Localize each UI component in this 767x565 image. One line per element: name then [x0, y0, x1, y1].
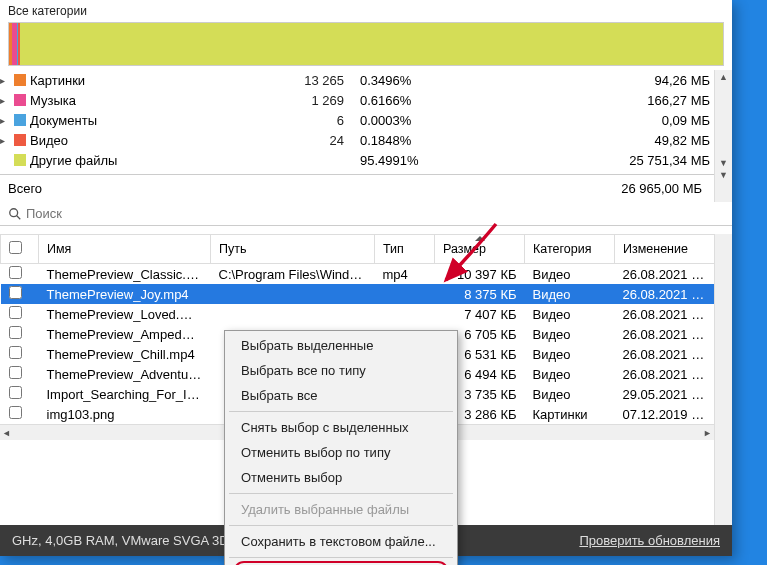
row-checkbox[interactable]: [9, 266, 22, 279]
select-all-checkbox[interactable]: [9, 241, 22, 254]
expand-icon[interactable]: ▸: [0, 75, 10, 86]
category-row[interactable]: ▸Музыка1 2690.6166%166,27 МБ: [0, 90, 714, 110]
scroll-down-icon[interactable]: ▼: [714, 170, 732, 202]
column-header-size[interactable]: Размер: [435, 235, 525, 264]
svg-line-1: [17, 215, 21, 219]
column-header-checkbox[interactable]: [1, 235, 39, 264]
table-row[interactable]: ThemePreview_Classic.mp4C:\Program Files…: [1, 264, 715, 285]
category-row[interactable]: ▸Картинки13 2650.3496%94,26 МБ: [0, 70, 714, 90]
scroll-right-icon[interactable]: ►: [703, 428, 712, 438]
category-name: Видео: [30, 133, 270, 148]
cell-date: 26.08.2021 19:11:43: [615, 284, 715, 304]
cell-date: 26.08.2021 19:11:40: [615, 324, 715, 344]
category-swatch: [14, 74, 26, 86]
column-header-name[interactable]: Имя: [39, 235, 211, 264]
cell-type: mp4: [375, 264, 435, 285]
menu-select-all[interactable]: Выбрать все: [227, 383, 455, 408]
category-swatch: [14, 94, 26, 106]
category-count: 6: [274, 113, 344, 128]
category-count: 24: [274, 133, 344, 148]
cell-name: ThemePreview_Loved.mp4: [39, 304, 211, 324]
cell-name: ThemePreview_AmpedUp...: [39, 324, 211, 344]
cell-date: 26.08.2021 19:11:42: [615, 264, 715, 285]
expand-icon[interactable]: ▸: [0, 115, 10, 126]
row-checkbox[interactable]: [9, 326, 22, 339]
row-checkbox[interactable]: [9, 386, 22, 399]
cell-category: Видео: [525, 364, 615, 384]
menu-select-by-type[interactable]: Выбрать все по типу: [227, 358, 455, 383]
column-header-category[interactable]: Категория: [525, 235, 615, 264]
search-input[interactable]: [26, 206, 724, 221]
category-size: 94,26 МБ: [432, 73, 714, 88]
category-size: 0,09 МБ: [432, 113, 714, 128]
cell-name: img103.png: [39, 404, 211, 424]
menu-delete-selected: Удалить выбранные файлы: [227, 497, 455, 522]
category-row[interactable]: ▸Документы60.0003%0,09 МБ: [0, 110, 714, 130]
category-size: 25 751,34 МБ: [432, 153, 714, 168]
category-percent: 0.1848%: [348, 133, 428, 148]
cell-type: [375, 304, 435, 324]
scroll-up-icon[interactable]: ▲: [719, 72, 728, 82]
row-checkbox[interactable]: [9, 286, 22, 299]
category-row[interactable]: Другие файлы95.4991%25 751,34 МБ: [0, 150, 714, 170]
total-size: 26 965,00 МБ: [621, 181, 706, 196]
cell-category: Видео: [525, 384, 615, 404]
hardware-info: GHz, 4,0GB RAM, VMware SVGA 3D: [12, 533, 229, 548]
category-list: ▸Картинки13 2650.3496%94,26 МБ▸Музыка1 2…: [0, 70, 714, 170]
cell-category: Видео: [525, 264, 615, 285]
category-scrollbar[interactable]: ▲ ▼: [714, 70, 732, 170]
search-row: [0, 202, 732, 226]
menu-save-txt[interactable]: Сохранить в текстовом файле...: [227, 529, 455, 554]
category-size: 49,82 МБ: [432, 133, 714, 148]
menu-deselect-highlighted[interactable]: Снять выбор с выделенных: [227, 415, 455, 440]
cell-name: ThemePreview_Adventure...: [39, 364, 211, 384]
cell-path: [211, 284, 375, 304]
column-header-path[interactable]: Путь: [211, 235, 375, 264]
category-name: Документы: [30, 113, 270, 128]
menu-select-highlighted[interactable]: Выбрать выделенные: [227, 333, 455, 358]
column-header-date[interactable]: Изменение: [615, 235, 715, 264]
cell-path: C:\Program Files\Windows...: [211, 264, 375, 285]
check-updates-link[interactable]: Проверить обновления: [579, 533, 720, 548]
category-count: 1 269: [274, 93, 344, 108]
row-checkbox[interactable]: [9, 346, 22, 359]
cell-date: 26.08.2021 19:11:41: [615, 344, 715, 364]
category-size: 166,27 МБ: [432, 93, 714, 108]
cell-name: ThemePreview_Joy.mp4: [39, 284, 211, 304]
row-checkbox[interactable]: [9, 306, 22, 319]
category-percent: 0.0003%: [348, 113, 428, 128]
expand-icon[interactable]: ▸: [0, 135, 10, 146]
menu-separator: [229, 493, 453, 494]
scroll-down-icon[interactable]: ▼: [719, 158, 728, 168]
menu-separator: [229, 557, 453, 558]
row-checkbox[interactable]: [9, 406, 22, 419]
cell-date: 26.08.2021 19:11:44: [615, 304, 715, 324]
menu-separator: [229, 525, 453, 526]
menu-separator: [229, 411, 453, 412]
category-name: Другие файлы: [30, 153, 270, 168]
scroll-left-icon[interactable]: ◄: [2, 428, 11, 438]
cell-category: Видео: [525, 344, 615, 364]
cell-date: 07.12.2019 9:08:05: [615, 404, 715, 424]
cell-category: Картинки: [525, 404, 615, 424]
cell-path: [211, 304, 375, 324]
menu-deselect-by-type[interactable]: Отменить выбор по типу: [227, 440, 455, 465]
vertical-scrollbar[interactable]: [714, 234, 732, 525]
row-checkbox[interactable]: [9, 366, 22, 379]
context-menu: Выбрать выделенные Выбрать все по типу В…: [224, 330, 458, 565]
menu-deselect-all[interactable]: Отменить выбор: [227, 465, 455, 490]
expand-icon[interactable]: ▸: [0, 95, 10, 106]
menu-open-folder[interactable]: Открыть папку: [233, 561, 449, 565]
svg-point-0: [10, 208, 18, 216]
category-swatch: [14, 134, 26, 146]
category-row[interactable]: ▸Видео240.1848%49,82 МБ: [0, 130, 714, 150]
column-header-type[interactable]: Тип: [375, 235, 435, 264]
table-row[interactable]: ThemePreview_Joy.mp48 375 КБВидео26.08.2…: [1, 284, 715, 304]
section-title: Все категории: [0, 0, 732, 20]
table-row[interactable]: ThemePreview_Loved.mp47 407 КБВидео26.08…: [1, 304, 715, 324]
category-swatch: [14, 154, 26, 166]
cell-category: Видео: [525, 324, 615, 344]
cell-category: Видео: [525, 284, 615, 304]
cell-name: Import_Searching_For_Ite...: [39, 384, 211, 404]
category-count: 13 265: [274, 73, 344, 88]
